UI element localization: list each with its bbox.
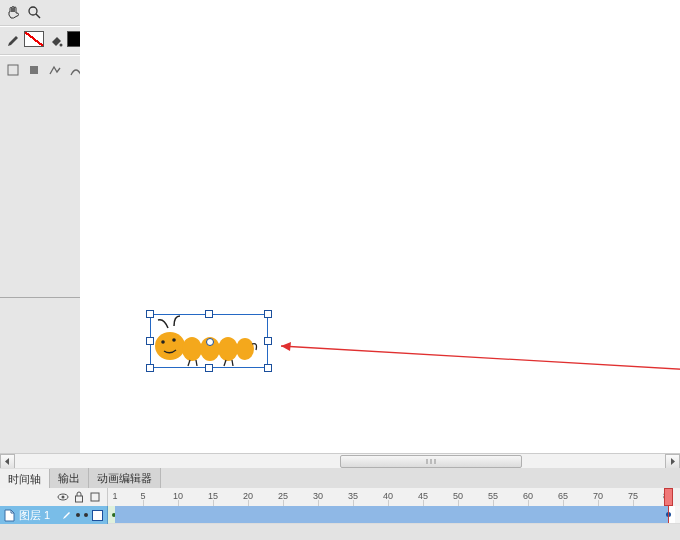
pencil-icon bbox=[62, 510, 72, 520]
svg-marker-22 bbox=[671, 458, 675, 465]
scrollbar-thumb[interactable] bbox=[340, 455, 522, 468]
triangle-left-icon bbox=[4, 458, 11, 465]
option-button-1[interactable] bbox=[3, 60, 22, 79]
ruler-tick: 1 bbox=[112, 491, 117, 501]
triangle-right-icon bbox=[669, 458, 676, 465]
hand-tool-button[interactable] bbox=[3, 2, 22, 21]
square-icon bbox=[90, 492, 100, 502]
stroke-color-button[interactable] bbox=[3, 31, 22, 50]
resize-handle-sw[interactable] bbox=[146, 364, 154, 372]
svg-rect-25 bbox=[76, 496, 83, 502]
tab-motion-editor[interactable]: 动画编辑器 bbox=[89, 468, 161, 488]
resize-handle-s[interactable] bbox=[205, 364, 213, 372]
option-button-2[interactable] bbox=[24, 60, 43, 79]
empty-frames-area bbox=[675, 506, 680, 523]
svg-rect-6 bbox=[30, 66, 38, 74]
timeline-empty-area bbox=[0, 524, 680, 540]
tab-timeline[interactable]: 时间轴 bbox=[0, 469, 50, 489]
layer-page-icon bbox=[4, 509, 15, 522]
svg-rect-5 bbox=[8, 65, 18, 75]
option-button-3[interactable] bbox=[45, 60, 64, 79]
timeline-layer-row: 图层 1 bbox=[0, 506, 680, 524]
option-icon bbox=[6, 63, 20, 77]
playhead-line bbox=[668, 506, 669, 523]
option-icon bbox=[27, 63, 41, 77]
resize-handle-ne[interactable] bbox=[264, 310, 272, 318]
tab-output[interactable]: 输出 bbox=[50, 468, 89, 488]
layer-name-label: 图层 1 bbox=[19, 508, 50, 523]
visibility-column-icon[interactable] bbox=[57, 491, 69, 503]
svg-point-0 bbox=[29, 7, 37, 15]
svg-rect-26 bbox=[91, 493, 99, 501]
frame-track[interactable] bbox=[108, 506, 680, 524]
motion-tween-span[interactable] bbox=[115, 506, 668, 523]
panel-tab-strip: 时间轴 输出 动画编辑器 bbox=[0, 468, 680, 489]
scroll-right-button[interactable] bbox=[665, 454, 680, 469]
bucket-icon bbox=[49, 34, 63, 48]
pencil-icon bbox=[6, 34, 20, 48]
zoom-icon bbox=[27, 5, 41, 19]
lock-dot[interactable] bbox=[84, 513, 88, 517]
layer-header-controls bbox=[0, 488, 108, 506]
lock-column-icon[interactable] bbox=[73, 491, 85, 503]
annotation-arrow bbox=[275, 338, 680, 378]
svg-marker-20 bbox=[281, 342, 291, 351]
zoom-tool-button[interactable] bbox=[24, 2, 43, 21]
timeline-header: 151015202530354045505560657075808590 bbox=[0, 488, 680, 507]
playhead[interactable] bbox=[664, 488, 673, 506]
resize-handle-nw[interactable] bbox=[146, 310, 154, 318]
stage-canvas[interactable] bbox=[80, 0, 680, 453]
hand-icon bbox=[6, 5, 20, 19]
svg-marker-21 bbox=[5, 458, 9, 465]
resize-handle-w[interactable] bbox=[146, 337, 154, 345]
frame-ruler[interactable]: 151015202530354045505560657075808590 bbox=[108, 488, 680, 506]
svg-point-2 bbox=[59, 43, 62, 46]
layer-item[interactable]: 图层 1 bbox=[0, 506, 108, 524]
resize-handle-n[interactable] bbox=[205, 310, 213, 318]
option-icon bbox=[48, 63, 62, 77]
resize-handle-se[interactable] bbox=[264, 364, 272, 372]
visibility-dot[interactable] bbox=[76, 513, 80, 517]
lock-icon bbox=[74, 491, 84, 503]
eye-icon bbox=[57, 491, 69, 503]
scroll-left-button[interactable] bbox=[0, 454, 15, 469]
resize-handle-e[interactable] bbox=[264, 337, 272, 345]
stage-pasteboard bbox=[0, 298, 81, 453]
outline-column-icon[interactable] bbox=[89, 491, 101, 503]
svg-line-1 bbox=[36, 14, 40, 18]
transform-pivot[interactable] bbox=[206, 338, 214, 346]
selected-symbol[interactable] bbox=[150, 314, 268, 368]
svg-line-19 bbox=[281, 346, 680, 374]
outline-color-swatch[interactable] bbox=[92, 510, 103, 521]
stroke-swatch[interactable] bbox=[24, 31, 44, 47]
fill-color-button[interactable] bbox=[46, 31, 65, 50]
svg-point-24 bbox=[62, 496, 65, 499]
